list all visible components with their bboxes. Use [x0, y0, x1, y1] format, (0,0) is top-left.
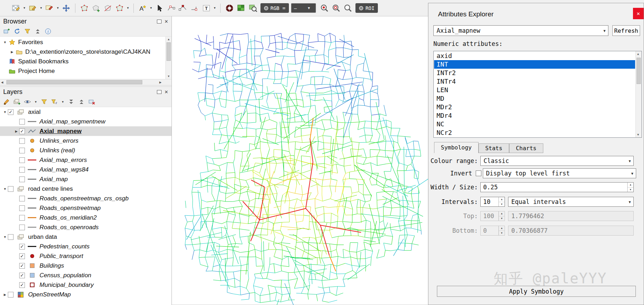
dropdown-caret-icon[interactable]: ▼ [126, 6, 130, 10]
layer-visibility-checkbox[interactable] [19, 177, 25, 182]
reshape-features-icon[interactable] [79, 3, 90, 14]
vertex-tool-active-icon[interactable] [178, 3, 188, 14]
map-canvas[interactable] [172, 16, 428, 305]
layer-name[interactable]: Unlinks_errors [39, 137, 79, 144]
zoom-native-icon[interactable] [343, 3, 353, 14]
float-panel-icon[interactable] [157, 90, 162, 94]
attribute-item[interactable]: LEN [434, 86, 635, 94]
properties-icon[interactable]: i [44, 27, 52, 35]
layer-name[interactable]: Census_population [39, 272, 91, 279]
width-size-spinner[interactable]: 0.25 ▲▼ [480, 182, 634, 192]
browser-item[interactable]: Spatial Bookmarks [0, 57, 165, 66]
layer-row[interactable]: ✓Public_transport [0, 251, 171, 261]
layer-name[interactable]: Roads_openstreetmap_crs_osgb [39, 195, 128, 202]
layer-visibility-checkbox[interactable] [19, 225, 25, 230]
scroll-down-icon[interactable]: ▼ [637, 133, 639, 136]
expander-down-icon[interactable]: ▼ [2, 41, 8, 44]
layer-row[interactable]: ✓Municipal_boundary [0, 280, 171, 290]
roi-tool[interactable]: ROI [355, 3, 378, 13]
close-panel-icon[interactable]: ✕ [164, 90, 168, 94]
expander-right-icon[interactable]: ▶ [9, 50, 15, 54]
expander-right-icon[interactable]: ▶ [14, 130, 19, 133]
zoom-actual-icon[interactable] [319, 3, 330, 14]
layer-name[interactable]: Pedestrian_counts [39, 243, 90, 250]
colour-range-select[interactable]: Classic ▼ [480, 156, 634, 166]
vertex-tool-icon[interactable] [166, 3, 176, 14]
refresh-icon[interactable] [13, 27, 21, 35]
layer-name[interactable]: Axial_map_errors [39, 157, 87, 164]
dropdown-caret-icon[interactable]: ▼ [61, 100, 65, 104]
layer-visibility-checkbox[interactable] [19, 148, 25, 153]
layer-row[interactable]: ▼✓axial [0, 107, 171, 117]
layer-row[interactable]: Roads_os_openroads [0, 222, 171, 232]
browser-horizontal-scrollbar[interactable]: ◀ ▶ [0, 79, 171, 85]
remove-layer-icon[interactable] [88, 98, 96, 106]
invert-checkbox[interactable] [476, 170, 481, 176]
browser-item[interactable]: ▶D:\a_extention\zotero_store\storage\CAJ… [0, 47, 165, 57]
dropdown-caret-icon[interactable]: ▼ [39, 6, 43, 10]
filter-legend-icon[interactable] [40, 98, 48, 106]
layer-visibility-checkbox[interactable] [19, 119, 25, 125]
tab-stats[interactable]: Stats [479, 143, 509, 153]
layer-selector[interactable]: Axial_mapnew ▼ [433, 25, 608, 36]
layer-visibility-checkbox[interactable]: ✓ [19, 244, 25, 249]
attribute-item[interactable]: INT [434, 60, 635, 69]
refresh-button[interactable]: Refresh [612, 25, 640, 36]
layer-row[interactable]: Roads_openstreetmap [0, 203, 171, 213]
add-ring-icon[interactable] [91, 3, 101, 14]
filter-browser-icon[interactable] [23, 27, 31, 35]
layer-name[interactable]: OpenStreetMap [28, 291, 71, 298]
layer-name[interactable]: axial [28, 109, 41, 116]
layer-name[interactable]: Roads_openstreetmap [39, 205, 101, 212]
manage-themes-icon[interactable] [23, 98, 31, 106]
expander-down-icon[interactable]: ▼ [2, 187, 8, 191]
attribute-item[interactable]: INTr2 [434, 69, 635, 77]
layer-row[interactable]: ✓Buildings [0, 261, 171, 270]
float-panel-icon[interactable] [157, 20, 162, 23]
attribute-item[interactable]: MDr2 [434, 103, 635, 111]
scroll-right-icon[interactable]: ▶ [159, 81, 162, 84]
band-select[interactable]: –▼ [291, 3, 316, 13]
layer-visibility-checkbox[interactable] [8, 292, 14, 298]
zoom-ring-icon[interactable] [331, 3, 342, 14]
layer-visibility-checkbox[interactable] [8, 234, 14, 240]
layer-name[interactable]: Axial_mapnew [39, 128, 81, 135]
layer-row[interactable]: ▼urban data [0, 232, 171, 242]
select-pointer-icon[interactable] [154, 3, 165, 14]
collapse-all-icon[interactable] [78, 98, 85, 106]
layer-row[interactable]: Axial_map [0, 174, 171, 184]
layer-name[interactable]: Unlinks (real) [39, 147, 75, 154]
layer-row[interactable]: Roads_openstreetmap_crs_osgb [0, 194, 171, 203]
trim-extend-icon[interactable] [189, 3, 200, 14]
layer-name[interactable]: Axial_map [39, 176, 68, 183]
layer-visibility-checkbox[interactable] [19, 215, 25, 221]
layer-row[interactable]: Axial_map_errors [0, 155, 171, 165]
text-annotation-icon[interactable]: T [201, 3, 212, 14]
dropdown-caret-icon[interactable]: ▼ [34, 100, 38, 104]
split-features-icon[interactable] [102, 3, 113, 14]
move-feature-icon[interactable] [61, 3, 72, 14]
scroll-left-icon[interactable]: ◀ [1, 81, 3, 84]
layer-row[interactable]: ▶OpenStreetMap [0, 290, 171, 299]
layer-visibility-checkbox[interactable] [8, 186, 14, 192]
layer-visibility-checkbox[interactable]: ✓ [19, 273, 25, 278]
spin-up-icon[interactable]: ▲ [499, 197, 505, 202]
rgb-band-tool[interactable]: RGB = [260, 3, 289, 13]
close-panel-button[interactable]: ✕ [633, 8, 644, 19]
layer-visibility-checkbox[interactable]: ✓ [8, 109, 14, 115]
layer-name[interactable]: Roads_os_meridian2 [39, 214, 97, 221]
tab-charts[interactable]: Charts [509, 143, 543, 153]
add-selected-layer-icon[interactable] [3, 27, 11, 35]
scroll-down-icon[interactable]: ▼ [167, 75, 170, 78]
layer-visibility-checkbox[interactable] [19, 205, 25, 211]
new-layer-icon[interactable] [27, 3, 38, 14]
expander-down-icon[interactable]: ▼ [2, 110, 8, 114]
layer-row[interactable]: ▼road centre lines [0, 184, 171, 194]
apply-symbology-button[interactable]: Apply Symbology [437, 286, 636, 297]
raster-zoom-icon[interactable] [248, 3, 258, 14]
mesh-digitizing-icon[interactable] [224, 3, 235, 14]
attribute-item[interactable]: MDr4 [434, 111, 635, 120]
layer-visibility-checkbox[interactable] [19, 196, 25, 201]
spin-up-icon[interactable]: ▲ [628, 183, 633, 188]
layer-name[interactable]: Public_transport [39, 253, 83, 260]
